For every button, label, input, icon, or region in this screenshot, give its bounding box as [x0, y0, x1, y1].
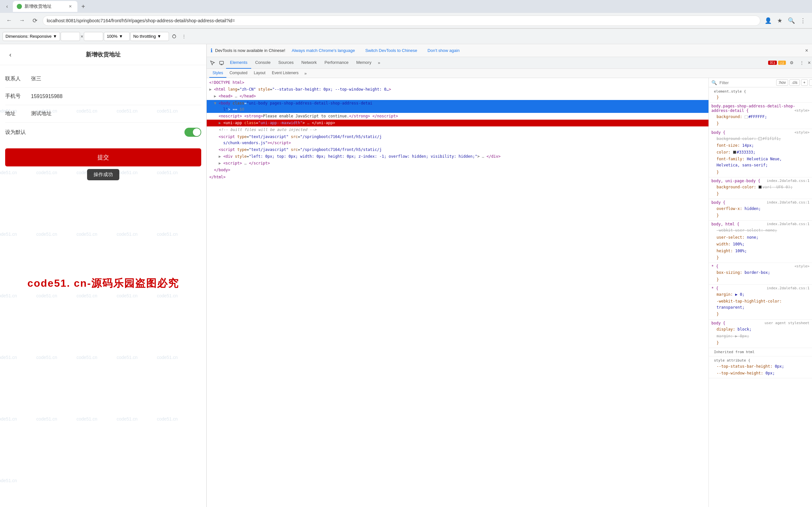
color-swatch — [745, 115, 748, 119]
submit-button[interactable]: 提交 — [5, 148, 201, 166]
toast-container: 操作成功 — [0, 166, 207, 183]
menu-button[interactable]: ⋮ — [798, 15, 808, 26]
tab-network[interactable]: Network — [298, 57, 321, 69]
color-swatch — [758, 137, 762, 140]
style-source: <style> — [795, 264, 809, 268]
browser-chrome: ‹ 新增收货地址 ✕ + ← → ⟳ localhost:8081/spring… — [0, 0, 812, 29]
profile-icon[interactable]: 👤 — [763, 15, 773, 26]
dimensions-select[interactable]: Dimensions: Responsive ▼ — [3, 32, 60, 41]
always-match-language-btn[interactable]: Always match Chrome's language — [288, 47, 359, 54]
toast-message: 操作成功 — [87, 169, 119, 180]
add-style-btn[interactable]: + — [801, 79, 808, 86]
more-style-tabs-btn[interactable]: » — [302, 71, 309, 76]
tab-layout[interactable]: Layout — [250, 69, 269, 78]
style-close-brace: } — [711, 94, 809, 101]
code-script1: <script type="text/javascript" src="/spr… — [207, 133, 708, 147]
inherited-label: Inherited from html — [711, 349, 809, 355]
style-source: index.2dalefab.css:1 — [767, 222, 809, 226]
html-panel[interactable]: <!DOCTYPE html> ▶ <html lang="zh-CN" sty… — [207, 78, 709, 507]
watermark-overlay: code51. cn-源码乐园盗图必究 — [0, 276, 207, 291]
copy-style-btn[interactable]: 📋 — [809, 79, 812, 86]
filter-bar: 🔍 :hov .cls + 📋 ☰ — [709, 78, 812, 88]
style-close-brace: } — [711, 340, 809, 346]
responsive-mode-btn[interactable] — [217, 58, 226, 67]
more-tabs-btn[interactable]: » — [375, 60, 383, 65]
star-margin-style-rule: * { index.2dalefab.css:1 margin: ▶ 0; -w… — [709, 285, 812, 320]
style-webkit-user-select-prop: -webkit-user-select: none; — [711, 227, 809, 234]
code-uni-app: ▶ <uni-app class="uni-app--maxwidth"> … … — [207, 120, 708, 126]
style-tap-highlight-prop: -webkit-tap-highlight-color: transparent… — [711, 298, 809, 311]
filter-input[interactable] — [719, 80, 774, 85]
tab-bar: ‹ 新增收货地址 ✕ + — [0, 0, 812, 13]
color-swatch — [733, 151, 736, 154]
capture-screenshot-btn[interactable] — [170, 32, 179, 41]
hover-filter-btn[interactable]: :hov — [776, 79, 788, 86]
default-toggle[interactable] — [184, 128, 201, 137]
devtools-action-icons: ☒ 3 △ 1 ⚙ ⋮ × — [768, 58, 811, 67]
code-script-collapse: ▶ <script> … </script> — [207, 160, 708, 167]
tab-console[interactable]: Console — [251, 57, 275, 69]
phone-field: 手机号 15915915988 — [5, 88, 201, 105]
back-button[interactable]: ← — [4, 15, 14, 26]
style-close-brace: } — [711, 311, 809, 318]
code-body-close: </body> — [207, 167, 708, 173]
tab-close-btn[interactable]: ✕ — [67, 3, 73, 10]
style-selector: body { <style> — [711, 130, 809, 135]
contact-label: 联系人 — [5, 75, 31, 82]
zoom-select[interactable]: 100% ▼ — [104, 32, 130, 41]
address-bar[interactable]: localhost:8081/springbootc7164/front/h5/… — [43, 15, 760, 26]
throttle-select[interactable]: No throttling ▼ — [130, 32, 169, 41]
style-selector: body.pages-shop-address-detail-shop-addr… — [711, 104, 809, 113]
dont-show-again-btn[interactable]: Don't show again — [424, 47, 463, 54]
body-uni-page-style-rule: body, uni-page-body { index.2dalefab.css… — [709, 177, 812, 199]
code-html-close: </html> — [207, 174, 708, 181]
style-close-brace: } — [711, 255, 809, 261]
height-input[interactable]: 746 — [84, 32, 103, 41]
style-close-brace: } — [711, 120, 809, 127]
width-input[interactable]: 400 — [61, 32, 80, 41]
tab-sources[interactable]: Sources — [275, 57, 298, 69]
cls-filter-btn[interactable]: .cls — [790, 79, 800, 86]
style-width-prop: width: 100%; — [711, 241, 809, 248]
nav-bar: ← → ⟳ localhost:8081/springbootc7164/fro… — [0, 13, 812, 29]
filter-icon: 🔍 — [711, 80, 717, 85]
tab-title: 新增收货地址 — [24, 4, 52, 9]
more-options-btn[interactable]: ⋮ — [179, 32, 188, 41]
forward-button[interactable]: → — [17, 15, 27, 26]
code-doctype: <!DOCTYPE html> — [207, 79, 708, 86]
tab-elements[interactable]: Elements — [226, 57, 251, 69]
reload-button[interactable]: ⟳ — [30, 15, 40, 26]
style-source: <style> — [795, 130, 809, 134]
settings-btn[interactable]: ⚙ — [787, 58, 796, 67]
warning-badge: △ 1 — [778, 61, 786, 65]
body-style-rule: body { <style> background-color: #f1f1f1… — [709, 129, 812, 177]
style-background-prop: background: #FFFFFF; — [711, 114, 809, 120]
address-value: 测试地址 — [31, 110, 52, 117]
tab-computed[interactable]: Computed — [226, 69, 250, 78]
tab-performance[interactable]: Performance — [321, 57, 352, 69]
styles-tab-bar: Styles Computed Layout Event Listeners » — [207, 69, 812, 78]
color-swatch — [758, 185, 762, 189]
switch-to-chinese-btn[interactable]: Switch DevTools to Chinese — [361, 47, 421, 54]
default-toggle-label: 设为默认 — [5, 129, 184, 136]
close-notification-btn[interactable]: × — [805, 48, 808, 54]
back-button[interactable]: ‹ — [5, 49, 15, 60]
tab-event-listeners[interactable]: Event Listeners — [269, 69, 302, 78]
tab-styles[interactable]: Styles — [209, 69, 226, 78]
tab-nav-back[interactable]: ‹ — [3, 2, 12, 11]
style-close-brace: } — [711, 276, 809, 283]
style-status-bar-prop: --top-status-bar-height: 0px; — [711, 363, 809, 370]
code-body-tag[interactable]: ▼ <body class="uni-body pages-shop-addre… — [207, 100, 708, 113]
address-form: 联系人 张三 手机号 15915915988 地址 测试地址 设为默认 — [0, 70, 207, 142]
style-fontfamily-prop: font-family: Helvetica Neue, Helvetica, … — [711, 156, 809, 169]
tab-memory[interactable]: Memory — [352, 57, 375, 69]
style-source: index.2dalefab.css:1 — [767, 200, 809, 205]
bookmark-icon[interactable]: ★ — [774, 15, 785, 26]
close-devtools-btn[interactable]: × — [808, 60, 811, 66]
active-tab[interactable]: 新增收货地址 ✕ — [13, 1, 77, 12]
inspect-element-btn[interactable] — [208, 58, 217, 67]
zoom-icon[interactable]: 🔍 — [786, 15, 797, 26]
new-tab-button[interactable]: + — [79, 2, 88, 11]
style-selector: * { index.2dalefab.css:1 — [711, 286, 809, 291]
more-options-btn[interactable]: ⋮ — [798, 58, 807, 67]
